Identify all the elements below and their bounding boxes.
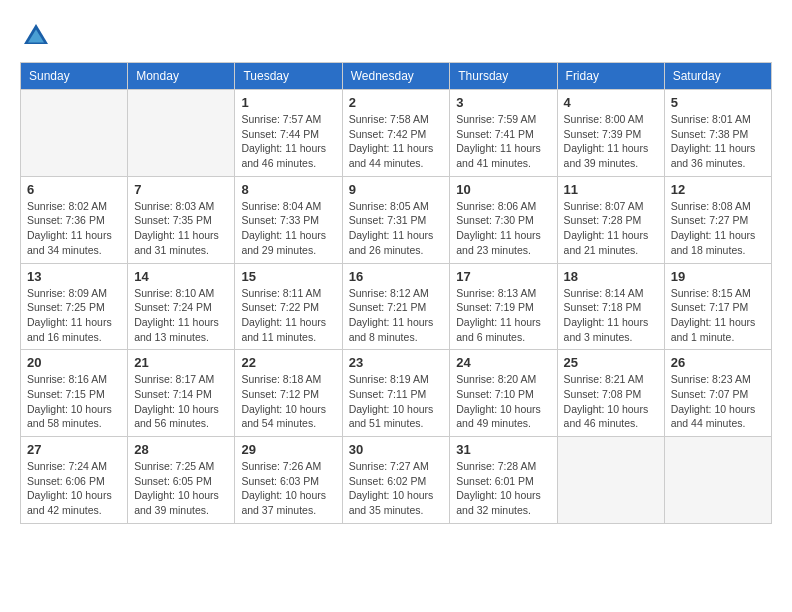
day-number: 27: [27, 442, 121, 457]
day-number: 2: [349, 95, 444, 110]
day-number: 14: [134, 269, 228, 284]
calendar-week-row: 6Sunrise: 8:02 AMSunset: 7:36 PMDaylight…: [21, 176, 772, 263]
calendar-week-row: 27Sunrise: 7:24 AMSunset: 6:06 PMDayligh…: [21, 437, 772, 524]
calendar-cell: 30Sunrise: 7:27 AMSunset: 6:02 PMDayligh…: [342, 437, 450, 524]
day-info: Sunrise: 8:16 AMSunset: 7:15 PMDaylight:…: [27, 372, 121, 431]
calendar-cell: 5Sunrise: 8:01 AMSunset: 7:38 PMDaylight…: [664, 90, 771, 177]
weekday-header: Saturday: [664, 63, 771, 90]
calendar-cell: 12Sunrise: 8:08 AMSunset: 7:27 PMDayligh…: [664, 176, 771, 263]
day-info: Sunrise: 8:07 AMSunset: 7:28 PMDaylight:…: [564, 199, 658, 258]
day-info: Sunrise: 7:58 AMSunset: 7:42 PMDaylight:…: [349, 112, 444, 171]
calendar-cell: 29Sunrise: 7:26 AMSunset: 6:03 PMDayligh…: [235, 437, 342, 524]
weekday-header: Thursday: [450, 63, 557, 90]
day-number: 30: [349, 442, 444, 457]
calendar-cell: 9Sunrise: 8:05 AMSunset: 7:31 PMDaylight…: [342, 176, 450, 263]
day-number: 23: [349, 355, 444, 370]
calendar-cell: [664, 437, 771, 524]
day-info: Sunrise: 8:11 AMSunset: 7:22 PMDaylight:…: [241, 286, 335, 345]
day-info: Sunrise: 8:13 AMSunset: 7:19 PMDaylight:…: [456, 286, 550, 345]
calendar-cell: [21, 90, 128, 177]
day-number: 31: [456, 442, 550, 457]
calendar-cell: 6Sunrise: 8:02 AMSunset: 7:36 PMDaylight…: [21, 176, 128, 263]
day-number: 11: [564, 182, 658, 197]
day-number: 12: [671, 182, 765, 197]
logo: [20, 20, 56, 52]
day-number: 9: [349, 182, 444, 197]
day-number: 6: [27, 182, 121, 197]
weekday-header: Monday: [128, 63, 235, 90]
day-info: Sunrise: 8:03 AMSunset: 7:35 PMDaylight:…: [134, 199, 228, 258]
calendar-cell: 15Sunrise: 8:11 AMSunset: 7:22 PMDayligh…: [235, 263, 342, 350]
calendar-cell: 1Sunrise: 7:57 AMSunset: 7:44 PMDaylight…: [235, 90, 342, 177]
calendar-cell: 8Sunrise: 8:04 AMSunset: 7:33 PMDaylight…: [235, 176, 342, 263]
calendar-cell: 23Sunrise: 8:19 AMSunset: 7:11 PMDayligh…: [342, 350, 450, 437]
day-info: Sunrise: 8:12 AMSunset: 7:21 PMDaylight:…: [349, 286, 444, 345]
day-info: Sunrise: 7:25 AMSunset: 6:05 PMDaylight:…: [134, 459, 228, 518]
calendar-cell: [128, 90, 235, 177]
calendar-cell: 13Sunrise: 8:09 AMSunset: 7:25 PMDayligh…: [21, 263, 128, 350]
header: [20, 20, 772, 52]
day-number: 24: [456, 355, 550, 370]
calendar-week-row: 13Sunrise: 8:09 AMSunset: 7:25 PMDayligh…: [21, 263, 772, 350]
day-info: Sunrise: 8:23 AMSunset: 7:07 PMDaylight:…: [671, 372, 765, 431]
day-number: 3: [456, 95, 550, 110]
calendar-cell: [557, 437, 664, 524]
day-info: Sunrise: 8:04 AMSunset: 7:33 PMDaylight:…: [241, 199, 335, 258]
day-info: Sunrise: 8:00 AMSunset: 7:39 PMDaylight:…: [564, 112, 658, 171]
day-number: 5: [671, 95, 765, 110]
day-info: Sunrise: 8:20 AMSunset: 7:10 PMDaylight:…: [456, 372, 550, 431]
day-info: Sunrise: 7:24 AMSunset: 6:06 PMDaylight:…: [27, 459, 121, 518]
calendar-cell: 3Sunrise: 7:59 AMSunset: 7:41 PMDaylight…: [450, 90, 557, 177]
day-number: 16: [349, 269, 444, 284]
day-number: 21: [134, 355, 228, 370]
day-number: 29: [241, 442, 335, 457]
day-number: 4: [564, 95, 658, 110]
day-number: 10: [456, 182, 550, 197]
calendar-cell: 27Sunrise: 7:24 AMSunset: 6:06 PMDayligh…: [21, 437, 128, 524]
calendar: SundayMondayTuesdayWednesdayThursdayFrid…: [20, 62, 772, 524]
calendar-cell: 28Sunrise: 7:25 AMSunset: 6:05 PMDayligh…: [128, 437, 235, 524]
day-number: 22: [241, 355, 335, 370]
calendar-week-row: 1Sunrise: 7:57 AMSunset: 7:44 PMDaylight…: [21, 90, 772, 177]
calendar-cell: 2Sunrise: 7:58 AMSunset: 7:42 PMDaylight…: [342, 90, 450, 177]
calendar-cell: 14Sunrise: 8:10 AMSunset: 7:24 PMDayligh…: [128, 263, 235, 350]
day-number: 20: [27, 355, 121, 370]
logo-icon: [20, 20, 52, 52]
weekday-header: Wednesday: [342, 63, 450, 90]
day-info: Sunrise: 8:05 AMSunset: 7:31 PMDaylight:…: [349, 199, 444, 258]
day-info: Sunrise: 7:26 AMSunset: 6:03 PMDaylight:…: [241, 459, 335, 518]
calendar-cell: 20Sunrise: 8:16 AMSunset: 7:15 PMDayligh…: [21, 350, 128, 437]
calendar-cell: 18Sunrise: 8:14 AMSunset: 7:18 PMDayligh…: [557, 263, 664, 350]
day-info: Sunrise: 8:10 AMSunset: 7:24 PMDaylight:…: [134, 286, 228, 345]
calendar-cell: 24Sunrise: 8:20 AMSunset: 7:10 PMDayligh…: [450, 350, 557, 437]
day-info: Sunrise: 8:06 AMSunset: 7:30 PMDaylight:…: [456, 199, 550, 258]
day-number: 8: [241, 182, 335, 197]
day-number: 15: [241, 269, 335, 284]
calendar-cell: 25Sunrise: 8:21 AMSunset: 7:08 PMDayligh…: [557, 350, 664, 437]
day-info: Sunrise: 8:17 AMSunset: 7:14 PMDaylight:…: [134, 372, 228, 431]
calendar-cell: 19Sunrise: 8:15 AMSunset: 7:17 PMDayligh…: [664, 263, 771, 350]
day-number: 25: [564, 355, 658, 370]
day-info: Sunrise: 8:08 AMSunset: 7:27 PMDaylight:…: [671, 199, 765, 258]
calendar-cell: 31Sunrise: 7:28 AMSunset: 6:01 PMDayligh…: [450, 437, 557, 524]
calendar-cell: 22Sunrise: 8:18 AMSunset: 7:12 PMDayligh…: [235, 350, 342, 437]
day-number: 7: [134, 182, 228, 197]
day-number: 17: [456, 269, 550, 284]
day-number: 13: [27, 269, 121, 284]
calendar-cell: 16Sunrise: 8:12 AMSunset: 7:21 PMDayligh…: [342, 263, 450, 350]
weekday-header: Tuesday: [235, 63, 342, 90]
day-number: 1: [241, 95, 335, 110]
calendar-cell: 17Sunrise: 8:13 AMSunset: 7:19 PMDayligh…: [450, 263, 557, 350]
day-info: Sunrise: 8:02 AMSunset: 7:36 PMDaylight:…: [27, 199, 121, 258]
day-number: 18: [564, 269, 658, 284]
day-number: 19: [671, 269, 765, 284]
day-info: Sunrise: 8:01 AMSunset: 7:38 PMDaylight:…: [671, 112, 765, 171]
weekday-header: Sunday: [21, 63, 128, 90]
day-info: Sunrise: 8:09 AMSunset: 7:25 PMDaylight:…: [27, 286, 121, 345]
calendar-cell: 10Sunrise: 8:06 AMSunset: 7:30 PMDayligh…: [450, 176, 557, 263]
calendar-header-row: SundayMondayTuesdayWednesdayThursdayFrid…: [21, 63, 772, 90]
day-number: 28: [134, 442, 228, 457]
day-info: Sunrise: 8:21 AMSunset: 7:08 PMDaylight:…: [564, 372, 658, 431]
day-info: Sunrise: 8:14 AMSunset: 7:18 PMDaylight:…: [564, 286, 658, 345]
day-info: Sunrise: 8:19 AMSunset: 7:11 PMDaylight:…: [349, 372, 444, 431]
